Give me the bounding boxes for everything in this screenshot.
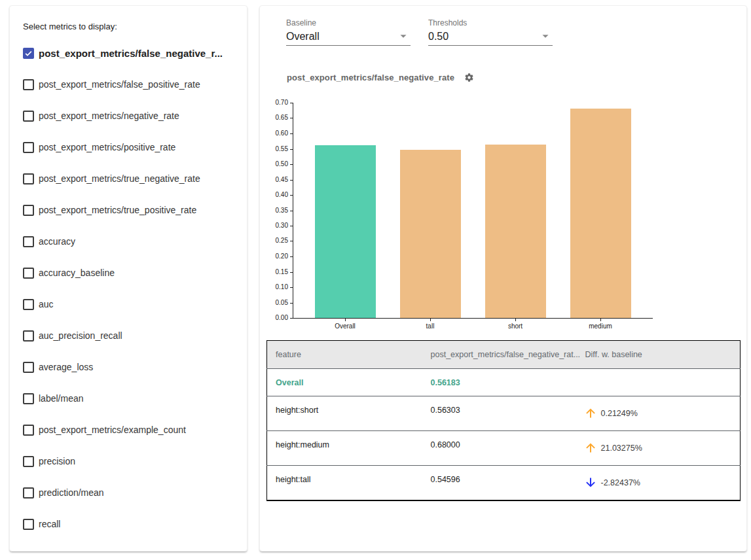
- table-column-header: Diff. w. baseline: [577, 341, 741, 369]
- checkbox-unchecked-icon[interactable]: [23, 362, 34, 373]
- checkbox-unchecked-icon[interactable]: [23, 393, 34, 404]
- diff-cell: 0.21249%: [577, 396, 741, 431]
- table-header-row: featurepost_export_metrics/false_negativ…: [267, 341, 741, 369]
- metric-item-post-export-metrics-negative-rate[interactable]: post_export_metrics/negative_rate: [23, 110, 179, 122]
- x-tick-mark: [430, 319, 431, 321]
- diff-cell: -2.82437%: [577, 466, 741, 500]
- thresholds-select[interactable]: Thresholds 0.50: [428, 19, 553, 46]
- metric-item-label: post_export_metrics/true_positive_rate: [39, 205, 196, 215]
- baseline-select-value: Overall: [286, 30, 411, 43]
- metric-item-post-export-metrics-true-positive-rate[interactable]: post_export_metrics/true_positive_rate: [23, 204, 196, 216]
- y-tick-mark: [290, 103, 293, 103]
- diff-value: 0.21249%: [601, 409, 638, 418]
- thresholds-select-label: Thresholds: [428, 19, 553, 27]
- metric-item-label: post_export_metrics/positive_rate: [39, 142, 175, 152]
- checkbox-unchecked-icon[interactable]: [23, 111, 34, 122]
- table-row-height-short: height:short0.563030.21249%: [267, 396, 741, 431]
- checkbox-unchecked-icon[interactable]: [23, 173, 34, 184]
- checkbox-unchecked-icon[interactable]: [23, 487, 34, 499]
- y-tick-label: 0.65: [259, 114, 288, 122]
- checkbox-unchecked-icon[interactable]: [23, 205, 34, 216]
- y-tick-label: 0.40: [259, 191, 288, 199]
- metric-item-label: post_export_metrics/false_positive_rate: [39, 79, 200, 90]
- checkbox-unchecked-icon[interactable]: [23, 425, 34, 436]
- dropdown-arrow-icon: [396, 29, 411, 43]
- y-tick-label: 0.05: [259, 299, 288, 307]
- bar-tall[interactable]: [400, 150, 461, 318]
- x-tick-mark: [515, 319, 516, 321]
- metric-value-cell: 0.56183: [422, 369, 577, 396]
- y-tick-label: 0.55: [259, 145, 288, 153]
- y-tick-mark: [290, 118, 293, 118]
- bar-Overall[interactable]: [315, 145, 376, 318]
- arrow-down-icon: [585, 477, 596, 488]
- metric-select-title: Select metrics to display:: [23, 22, 117, 31]
- baseline-select-label: Baseline: [286, 19, 411, 27]
- checkbox-unchecked-icon[interactable]: [23, 236, 34, 247]
- metric-item-auc-precision-recall[interactable]: auc_precision_recall: [23, 330, 122, 341]
- bar-short[interactable]: [485, 145, 546, 318]
- checkbox-unchecked-icon[interactable]: [23, 519, 34, 530]
- checkbox-unchecked-icon[interactable]: [23, 299, 34, 310]
- y-tick-mark: [290, 133, 293, 134]
- metric-item-prediction-mean[interactable]: prediction/mean: [23, 487, 104, 499]
- bar-medium[interactable]: [570, 109, 631, 318]
- y-axis: [293, 103, 293, 319]
- x-tick-mark: [600, 319, 601, 321]
- y-tick-mark: [290, 241, 293, 241]
- metric-item-label-mean[interactable]: label/mean: [23, 393, 84, 404]
- y-tick-label: 0.00: [259, 314, 288, 322]
- x-tick-label: tall: [401, 323, 460, 330]
- checkbox-unchecked-icon[interactable]: [23, 79, 34, 90]
- table-column-header: feature: [267, 341, 422, 369]
- baseline-select[interactable]: Baseline Overall: [286, 19, 411, 46]
- checkbox-unchecked-icon[interactable]: [23, 268, 34, 279]
- y-tick-mark: [290, 180, 293, 181]
- y-tick-label: 0.30: [259, 222, 288, 230]
- checkbox-checked-icon[interactable]: [23, 48, 34, 59]
- metric-item-post-export-metrics-false-positive-rate[interactable]: post_export_metrics/false_positive_rate: [23, 79, 200, 90]
- y-tick-mark: [290, 303, 293, 304]
- y-tick-mark: [290, 318, 293, 319]
- metric-item-post-export-metrics-example-count[interactable]: post_export_metrics/example_count: [23, 424, 186, 436]
- x-tick-label: short: [486, 323, 545, 330]
- feature-cell: Overall: [267, 369, 422, 396]
- metric-item-label: prediction/mean: [39, 487, 104, 498]
- gear-icon[interactable]: [464, 73, 474, 82]
- table-row-Overall: Overall0.56183: [267, 369, 741, 396]
- metric-item-recall[interactable]: recall: [23, 518, 60, 530]
- metric-item-post-export-metrics-positive-rate[interactable]: post_export_metrics/positive_rate: [23, 141, 175, 153]
- y-tick-mark: [290, 256, 293, 257]
- metric-item-auc[interactable]: auc: [23, 298, 54, 310]
- metric-item-average-loss[interactable]: average_loss: [23, 361, 93, 373]
- y-tick-label: 0.60: [259, 130, 288, 137]
- metric-item-post-export-metrics-true-negative-rate[interactable]: post_export_metrics/true_negative_rate: [23, 173, 200, 184]
- y-tick-mark: [290, 149, 293, 150]
- table-row-height-medium: height:medium0.6800021.03275%: [267, 431, 741, 466]
- feature-cell: height:medium: [267, 431, 422, 466]
- checkbox-unchecked-icon[interactable]: [23, 142, 34, 153]
- metric-item-accuracy[interactable]: accuracy: [23, 236, 75, 247]
- diff-cell: 21.03275%: [577, 431, 741, 466]
- y-tick-label: 0.25: [259, 237, 288, 245]
- checkbox-unchecked-icon[interactable]: [23, 330, 34, 341]
- y-tick-label: 0.15: [259, 268, 288, 276]
- arrow-up-icon: [585, 442, 596, 453]
- metric-item-label: auc_precision_recall: [39, 330, 122, 341]
- y-tick-label: 0.45: [259, 176, 288, 184]
- dropdown-arrow-icon: [538, 29, 553, 43]
- metric-item-label: average_loss: [39, 362, 93, 372]
- feature-cell: height:short: [267, 396, 422, 431]
- thresholds-select-value: 0.50: [428, 30, 553, 43]
- y-tick-mark: [290, 272, 293, 273]
- metric-item-precision[interactable]: precision: [23, 455, 75, 467]
- checkbox-unchecked-icon[interactable]: [23, 456, 34, 467]
- metric-item-accuracy-baseline[interactable]: accuracy_baseline: [23, 267, 115, 279]
- y-tick-label: 0.20: [259, 253, 288, 260]
- y-tick-mark: [290, 211, 293, 211]
- metric-item-label: accuracy: [39, 236, 75, 247]
- y-tick-mark: [290, 195, 293, 196]
- metric-item-post-export-metrics-false-negative-r-[interactable]: post_export_metrics/false_negative_r...: [23, 47, 223, 59]
- y-tick-mark: [290, 287, 293, 288]
- x-tick-mark: [345, 319, 346, 321]
